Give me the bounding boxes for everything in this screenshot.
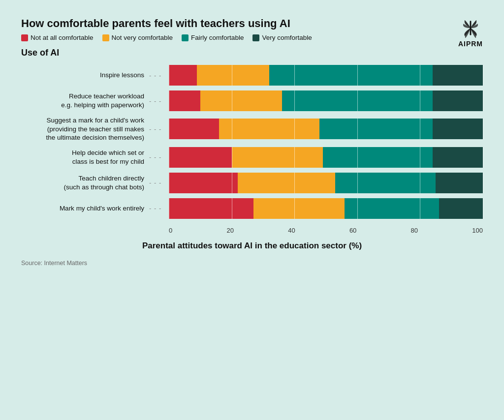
axis-row: 020406080100 xyxy=(21,227,483,234)
header-row: How comfortable parents feel with teache… xyxy=(21,17,483,48)
bar-dashes: - - - xyxy=(149,205,169,212)
bar-segment xyxy=(169,119,219,139)
bar-label: Suggest a mark for a child's work(provid… xyxy=(21,116,149,142)
legend-label: Very comfortable xyxy=(262,34,312,41)
bar-label: Inspire lessons xyxy=(21,71,149,80)
bar-segment xyxy=(319,119,433,139)
gridline xyxy=(483,119,483,139)
aiprm-text: AIPRM xyxy=(458,40,483,48)
bar-segment xyxy=(253,198,345,219)
axis-label: 40 xyxy=(288,227,295,234)
bar-segment xyxy=(197,65,269,86)
bar-dashes: - - - xyxy=(149,179,169,186)
bar-row: Help decide which set orclass is best fo… xyxy=(21,147,483,168)
legend-item: Very comfortable xyxy=(252,34,312,41)
legend-swatch xyxy=(102,34,109,41)
bar-segment xyxy=(323,147,433,168)
chart-title: How comfortable parents feel with teache… xyxy=(21,17,312,30)
bar-row: Teach children directly(such as through … xyxy=(21,173,483,193)
bar-row: Mark my child's work entirely- - - xyxy=(21,198,483,219)
bar-container xyxy=(169,147,483,168)
bar-segment xyxy=(269,65,433,86)
legend-item: Fairly comfortable xyxy=(182,34,244,41)
bar-container xyxy=(169,65,483,86)
gridline xyxy=(483,198,483,219)
legend-label: Not at all comfortable xyxy=(31,34,94,41)
bar-label: Teach children directly(such as through … xyxy=(21,174,149,191)
bar-segment xyxy=(232,147,323,168)
bar-container xyxy=(169,90,483,111)
header-left: How comfortable parents feel with teache… xyxy=(21,17,312,47)
chart-subtitle: Parental attitudes toward AI in the educ… xyxy=(21,241,483,251)
bar-label: Reduce teacher workloade.g. helping with… xyxy=(21,92,149,109)
chart-card: How comfortable parents feel with teache… xyxy=(3,3,501,417)
gridline xyxy=(483,65,483,86)
bar-container xyxy=(169,198,483,219)
gridline xyxy=(483,90,483,111)
legend-swatch xyxy=(182,34,189,41)
axis-label: 60 xyxy=(349,227,356,234)
bar-segment xyxy=(282,90,433,111)
chart-wrapper: Inspire lessons- - -Reduce teacher workl… xyxy=(21,65,483,234)
aiprm-icon xyxy=(460,17,481,39)
bar-segment xyxy=(200,90,282,111)
axis-label: 80 xyxy=(411,227,418,234)
bar-dashes: - - - xyxy=(149,72,169,79)
axis-label: 100 xyxy=(472,227,483,234)
legend-swatch xyxy=(21,34,28,41)
bar-label: Help decide which set orclass is best fo… xyxy=(21,149,149,166)
legend-item: Not at all comfortable xyxy=(21,34,94,41)
bar-dashes: - - - xyxy=(149,153,169,161)
section-title: Use of AI xyxy=(21,48,483,58)
bar-segment xyxy=(219,119,319,139)
bar-segment xyxy=(169,198,253,219)
legend-label: Fairly comfortable xyxy=(191,34,244,41)
bar-segment xyxy=(169,65,197,86)
axis-label: 0 xyxy=(169,227,172,234)
source-text: Source: Internet Matters xyxy=(21,260,483,267)
bar-row: Suggest a mark for a child's work(provid… xyxy=(21,116,483,142)
axis-label: 20 xyxy=(226,227,233,234)
bar-segment xyxy=(169,90,200,111)
bar-label: Mark my child's work entirely xyxy=(21,204,149,213)
bar-segment xyxy=(345,198,439,219)
gridline xyxy=(483,173,483,193)
legend-swatch xyxy=(252,34,259,41)
bar-segment xyxy=(169,173,238,193)
bar-segment xyxy=(335,173,436,193)
bar-segment xyxy=(436,173,483,193)
aiprm-logo: AIPRM xyxy=(458,17,483,48)
bar-segment xyxy=(433,147,483,168)
bar-segment xyxy=(169,147,232,168)
legend: Not at all comfortableNot very comfortab… xyxy=(21,34,312,41)
bar-segment xyxy=(433,65,483,86)
legend-item: Not very comfortable xyxy=(102,34,173,41)
bar-row: Inspire lessons- - - xyxy=(21,65,483,86)
bars-container: Inspire lessons- - -Reduce teacher workl… xyxy=(21,65,483,224)
axis-spacer xyxy=(21,227,169,234)
bar-container xyxy=(169,173,483,193)
gridline xyxy=(483,147,483,168)
bar-segment xyxy=(433,119,483,139)
bar-dashes: - - - xyxy=(149,97,169,105)
legend-label: Not very comfortable xyxy=(112,34,173,41)
bar-dashes: - - - xyxy=(149,125,169,133)
bar-segment xyxy=(238,173,335,193)
bar-segment xyxy=(439,198,483,219)
bar-segment xyxy=(433,90,483,111)
bar-container xyxy=(169,119,483,139)
axis-labels: 020406080100 xyxy=(169,227,483,234)
bar-row: Reduce teacher workloade.g. helping with… xyxy=(21,90,483,111)
